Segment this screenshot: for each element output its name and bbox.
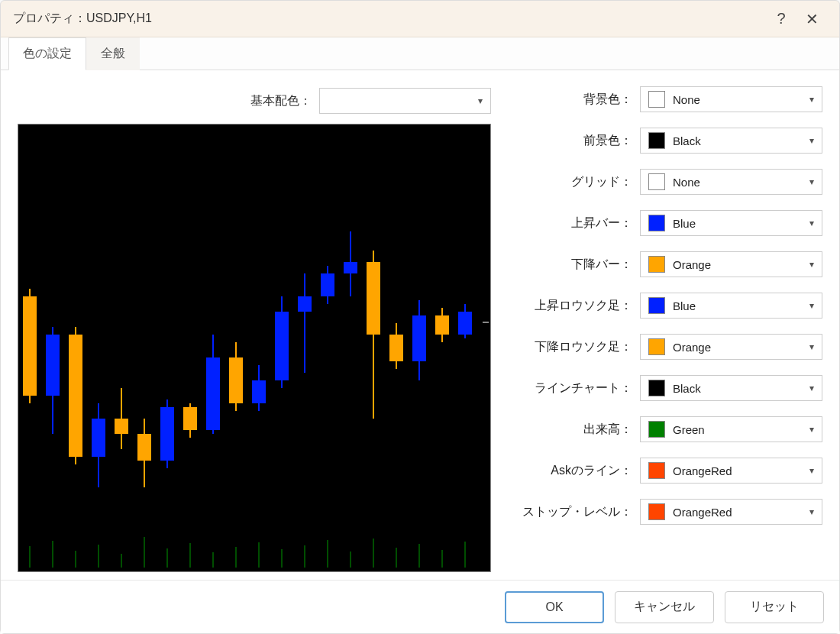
color-label: 上昇ロウソク足： (506, 298, 632, 314)
chevron-down-icon: ▾ (478, 95, 483, 106)
color-select[interactable]: OrangeRed▾ (640, 499, 822, 525)
tab-label: 色の設定 (23, 47, 72, 60)
volume-bar (98, 545, 99, 568)
volume-bar (29, 546, 31, 568)
candle-body (344, 262, 357, 273)
tab-panel: 基本配色： ▾ 背景色：None▾前景色：Black▾グリッド：None▾上昇バ… (1, 70, 839, 633)
titlebar: プロパティ：USDJPY,H1 ? ✕ (1, 1, 839, 37)
color-select[interactable]: Blue▾ (640, 210, 822, 236)
volume-bar (441, 550, 443, 568)
volume-bar (166, 548, 168, 568)
chevron-down-icon: ▾ (809, 135, 814, 146)
volume-bar (327, 540, 328, 568)
candle-body (92, 419, 105, 457)
color-swatch (648, 462, 665, 479)
color-label: ラインチャート： (506, 380, 632, 396)
button-label: リセット (750, 599, 799, 615)
help-button[interactable]: ? (766, 4, 796, 34)
chevron-down-icon: ▾ (809, 383, 814, 393)
color-select[interactable]: OrangeRed▾ (640, 458, 822, 484)
candle-body (252, 380, 266, 403)
candle-body (137, 434, 151, 461)
color-name: Orange (673, 258, 802, 271)
color-row: 上昇ロウソク足：Blue▾ (506, 292, 822, 319)
candle-body (389, 335, 403, 361)
candle-body (321, 273, 334, 296)
chevron-down-icon: ▾ (809, 341, 814, 352)
color-label: 下降ロウソク足： (506, 339, 632, 355)
color-swatch (648, 503, 665, 520)
reset-button[interactable]: リセット (725, 591, 824, 623)
color-select[interactable]: None▾ (640, 169, 822, 195)
color-swatch (648, 132, 665, 149)
chart-preview (18, 124, 491, 572)
scheme-select[interactable]: ▾ (319, 88, 491, 114)
window-title: プロパティ：USDJPY,H1 (13, 11, 766, 27)
volume-bar (350, 552, 351, 568)
button-label: OK (545, 600, 563, 614)
color-name: Blue (673, 217, 802, 230)
chevron-down-icon: ▾ (809, 218, 814, 228)
candle-body (69, 335, 82, 457)
candle-body (46, 335, 60, 396)
scheme-label: 基本配色： (250, 93, 312, 109)
color-row: 前景色：Black▾ (506, 127, 822, 154)
footer: OK キャンセル リセット (1, 580, 839, 633)
client-area: 色の設定 全般 基本配色： ▾ 背景色：None▾前景色：Black▾グリッド：… (1, 37, 839, 633)
color-swatch (648, 173, 665, 190)
chevron-down-icon: ▾ (809, 506, 814, 517)
color-name: Black (673, 382, 802, 395)
scheme-row: 基本配色： ▾ (18, 86, 491, 116)
candle-body (183, 407, 197, 430)
volume-bar (189, 543, 191, 568)
close-button[interactable]: ✕ (796, 4, 827, 34)
color-row: 背景色：None▾ (506, 86, 822, 113)
tab-general[interactable]: 全般 (86, 37, 140, 70)
candle-wick (304, 273, 305, 373)
color-name: Black (673, 134, 802, 147)
color-select[interactable]: Black▾ (640, 375, 822, 401)
color-row: Askのライン：OrangeRed▾ (506, 457, 822, 484)
color-select[interactable]: Orange▾ (640, 334, 822, 360)
cancel-button[interactable]: キャンセル (615, 591, 714, 623)
color-swatch (648, 421, 665, 438)
candle-body (298, 296, 312, 312)
color-row: 上昇バー：Blue▾ (506, 209, 822, 237)
right-column: 背景色：None▾前景色：Black▾グリッド：None▾上昇バー：Blue▾下… (506, 86, 822, 572)
volume-bar (75, 551, 76, 568)
left-column: 基本配色： ▾ (18, 86, 491, 572)
tab-colors[interactable]: 色の設定 (8, 37, 86, 70)
button-label: キャンセル (634, 599, 695, 615)
volume-bar (418, 544, 420, 568)
color-name: Orange (673, 341, 802, 354)
color-swatch (648, 338, 665, 355)
color-row: ストップ・レベル：OrangeRed▾ (506, 498, 822, 526)
volume-bar (258, 542, 260, 568)
volume-bar (373, 539, 374, 568)
candle-body (160, 407, 174, 461)
chevron-down-icon: ▾ (809, 94, 814, 105)
color-label: 背景色： (506, 92, 632, 108)
candle-body (275, 312, 289, 380)
chevron-down-icon: ▾ (809, 300, 814, 311)
color-label: 前景色： (506, 133, 632, 149)
candle-body (206, 357, 220, 430)
volume-bar (212, 552, 214, 568)
volume-bar (121, 554, 122, 568)
color-select[interactable]: Orange▾ (640, 251, 822, 277)
tab-label: 全般 (101, 47, 125, 60)
color-label: 上昇バー： (506, 215, 632, 231)
candle-body (458, 312, 472, 335)
color-select[interactable]: None▾ (640, 86, 822, 112)
color-select[interactable]: Black▾ (640, 128, 822, 154)
chevron-down-icon: ▾ (809, 465, 814, 476)
volume-bar (281, 549, 283, 568)
volume-bar (304, 545, 305, 568)
chevron-down-icon: ▾ (809, 259, 814, 270)
candle-body (435, 315, 449, 335)
ok-button[interactable]: OK (505, 591, 604, 623)
color-label: Askのライン： (506, 463, 632, 479)
color-select[interactable]: Blue▾ (640, 293, 822, 319)
color-swatch (648, 256, 665, 273)
color-select[interactable]: Green▾ (640, 416, 822, 442)
